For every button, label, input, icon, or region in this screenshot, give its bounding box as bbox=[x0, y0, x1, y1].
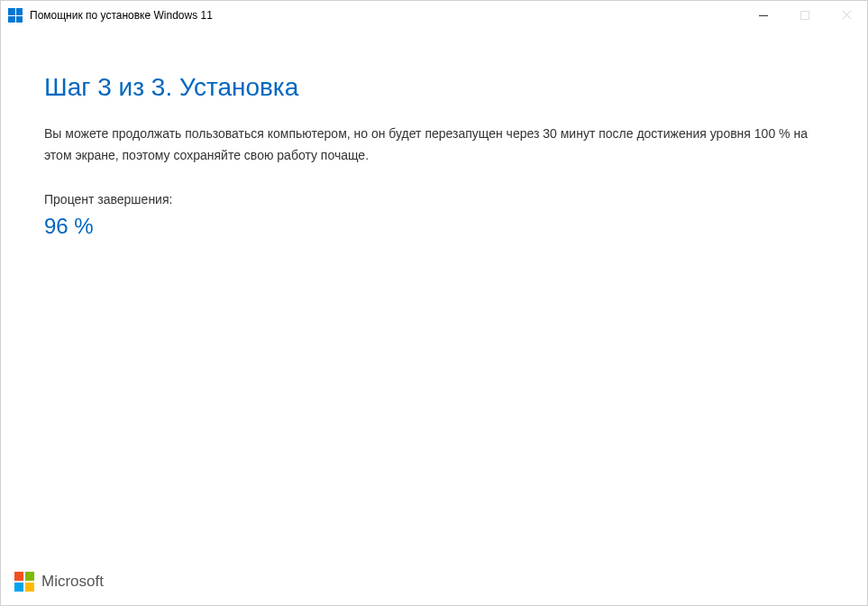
window-controls bbox=[743, 1, 867, 30]
step-heading: Шаг 3 из 3. Установка bbox=[44, 73, 824, 102]
minimize-icon bbox=[759, 15, 768, 16]
footer: Microsoft bbox=[14, 572, 104, 592]
microsoft-logo-icon bbox=[14, 572, 34, 592]
progress-value: 96 % bbox=[44, 214, 824, 239]
description-text: Вы можете продолжать пользоваться компью… bbox=[44, 124, 824, 167]
maximize-button bbox=[784, 1, 826, 30]
microsoft-brand-text: Microsoft bbox=[41, 573, 104, 591]
window-title: Помощник по установке Windows 11 bbox=[30, 9, 743, 22]
content-area: Шаг 3 из 3. Установка Вы можете продолжа… bbox=[1, 30, 867, 239]
close-button bbox=[826, 1, 867, 30]
windows-icon bbox=[8, 8, 23, 23]
titlebar: Помощник по установке Windows 11 bbox=[1, 1, 867, 30]
maximize-icon bbox=[800, 11, 809, 20]
minimize-button[interactable] bbox=[743, 1, 784, 30]
progress-label: Процент завершения: bbox=[44, 192, 824, 207]
close-icon bbox=[842, 11, 851, 20]
